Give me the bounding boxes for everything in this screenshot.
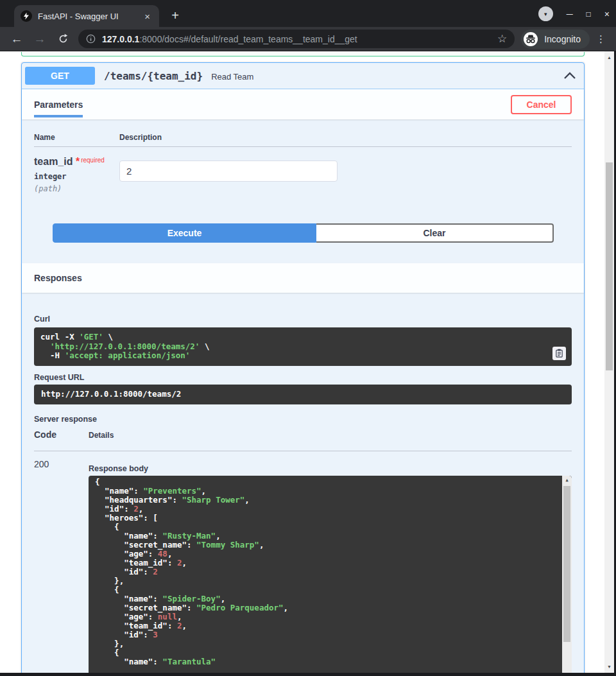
- responses-inner: Curl curl -X 'GET' \ 'http://127.0.0.1:8…: [22, 293, 584, 673]
- column-header-description: Description: [119, 133, 162, 142]
- copy-to-clipboard-button[interactable]: [552, 347, 566, 360]
- responses-header: Responses: [22, 263, 584, 293]
- table-row: team_id *required integer (path): [34, 147, 572, 223]
- team-id-input[interactable]: [119, 160, 338, 182]
- server-response-label: Server response: [34, 415, 572, 424]
- request-url-label: Request URL: [34, 373, 572, 382]
- scroll-down-icon[interactable]: ▼: [604, 663, 614, 671]
- browser-menu-button[interactable]: ⋮: [596, 33, 606, 45]
- param-location: (path): [34, 184, 119, 193]
- status-code: 200: [34, 459, 89, 673]
- request-url-box: http://127.0.0.1:8000/teams/2: [34, 385, 572, 404]
- param-name: team_id *required: [34, 156, 119, 168]
- scroll-up-icon[interactable]: ▲: [562, 476, 572, 485]
- tab-parameters[interactable]: Parameters: [34, 89, 83, 119]
- minimize-button[interactable]: ─: [567, 10, 573, 19]
- cancel-button[interactable]: Cancel: [511, 95, 572, 114]
- required-label: required: [81, 157, 105, 164]
- param-type: integer: [34, 172, 119, 181]
- scrollbar-thumb[interactable]: [606, 162, 613, 370]
- fastapi-logo-icon: [21, 10, 32, 22]
- response-body-box: { "name": "Preventers", "headquarters": …: [89, 476, 572, 673]
- window-controls: ▾ ─ □ ×: [538, 6, 610, 21]
- tab-strip: FastAPI - Swagger UI × + ▾ ─ □ ×: [0, 0, 616, 27]
- endpoint-summary: Read Team: [211, 71, 253, 82]
- parameters-header: Parameters Cancel: [22, 89, 584, 119]
- curl-command: curl -X 'GET' \ 'http://127.0.0.1:8000/t…: [34, 327, 572, 366]
- clear-button[interactable]: Clear: [316, 223, 554, 243]
- incognito-icon: [523, 31, 538, 47]
- curl-label: Curl: [34, 315, 50, 324]
- tab-title: FastAPI - Swagger UI: [38, 12, 142, 21]
- method-badge: GET: [25, 67, 95, 85]
- collapse-chevron-icon[interactable]: [563, 72, 576, 80]
- url-text: 127.0.0.1:8000/docs#/default/read_team_t…: [102, 34, 492, 44]
- execute-wrapper: Execute Clear: [53, 223, 554, 243]
- response-body-label: Response body: [89, 464, 572, 473]
- scrollbar-thumb[interactable]: [563, 486, 570, 642]
- new-tab-button[interactable]: +: [167, 7, 184, 24]
- incognito-badge: Incognito: [521, 30, 590, 49]
- column-header-details: Details: [89, 431, 114, 440]
- bookmark-star-icon[interactable]: ☆: [497, 32, 507, 46]
- responses-title: Responses: [34, 273, 82, 283]
- swagger-page: GET /teams/{team_id} Read Team Parameter…: [0, 51, 604, 673]
- column-header-name: Name: [34, 133, 119, 142]
- site-info-icon[interactable]: [86, 34, 96, 44]
- opblock-summary[interactable]: GET /teams/{team_id} Read Team: [22, 63, 584, 89]
- forward-button[interactable]: →: [31, 31, 48, 48]
- parameters-table: Name Description team_id *required integ…: [22, 133, 584, 243]
- endpoint-path: /teams/{team_id}: [104, 70, 203, 82]
- column-header-code: Code: [34, 429, 56, 440]
- back-button[interactable]: ←: [8, 31, 25, 48]
- address-bar[interactable]: 127.0.0.1:8000/docs#/default/read_team_t…: [78, 30, 515, 48]
- page-scrollbar[interactable]: ▲ ▼: [604, 51, 614, 673]
- maximize-button[interactable]: □: [586, 10, 591, 18]
- reload-button[interactable]: [55, 31, 71, 48]
- response-body-scrollbar[interactable]: ▲: [562, 476, 572, 673]
- browser-toolbar: ← → 127.0.0.1:8000/docs#/default/read_te…: [0, 27, 616, 51]
- response-body-code: { "name": "Preventers", "headquarters": …: [89, 476, 572, 668]
- response-row: 200 Response body { "name": "Preventers"…: [34, 459, 572, 673]
- browser-tab[interactable]: FastAPI - Swagger UI ×: [14, 5, 159, 27]
- close-button[interactable]: ×: [604, 10, 610, 19]
- browser-caret-menu-button[interactable]: ▾: [538, 6, 553, 21]
- previous-endpoint-edge[interactable]: [21, 52, 585, 56]
- tab-close-button[interactable]: ×: [142, 10, 153, 22]
- scroll-up-icon[interactable]: ▲: [604, 53, 614, 62]
- get-teams-opblock: GET /teams/{team_id} Read Team Parameter…: [21, 62, 585, 673]
- request-url-value: http://127.0.0.1:8000/teams/2: [41, 390, 181, 399]
- required-star: *: [76, 156, 80, 167]
- curl-code: curl -X 'GET' \ 'http://127.0.0.1:8000/t…: [40, 333, 552, 361]
- execute-button[interactable]: Execute: [53, 223, 316, 243]
- incognito-label: Incognito: [544, 34, 581, 44]
